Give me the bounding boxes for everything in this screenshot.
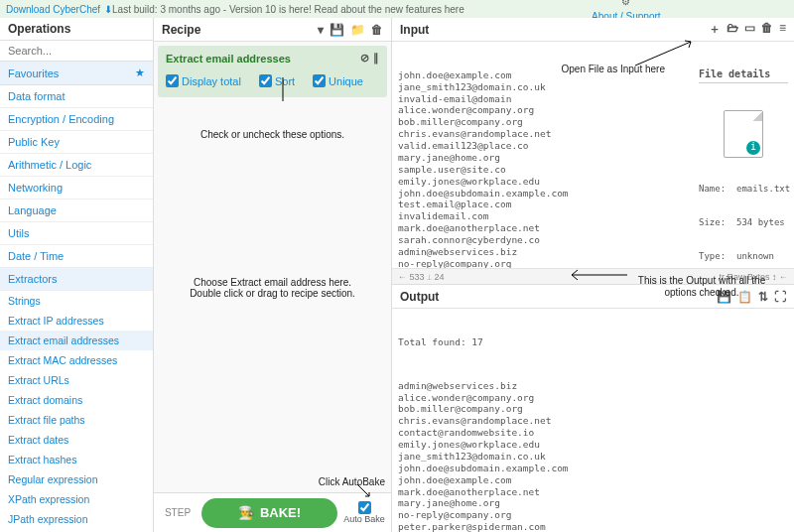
operation-item[interactable]: XPath expression <box>0 489 153 509</box>
recipe-header: Recipe ▾ 💾 📁 🗑 <box>154 18 391 42</box>
file-details: File details i Name:emails.txt Size:534 … <box>699 46 788 268</box>
annotation-check-opts: Check or uncheck these options. <box>154 125 391 144</box>
top-bar: Download CyberChef ⬇ Last build: 3 month… <box>0 0 794 18</box>
operation-item[interactable]: Extract domains <box>0 390 153 410</box>
info-badge-icon: i <box>746 141 760 155</box>
operation-item[interactable]: JPath expression <box>0 509 153 529</box>
recipe-operation[interactable]: Extract email addresses ⊘∥ Display total… <box>158 46 387 97</box>
input-open-folder-icon[interactable]: 🗁 <box>727 21 738 38</box>
recipe-title: Recipe <box>162 23 200 37</box>
download-icon: ⬇ <box>104 4 112 15</box>
category-item[interactable]: Arithmetic / Logic <box>0 154 153 177</box>
recipe-op-name: Extract email addresses <box>166 53 291 65</box>
output-panel: Output 💾 📋 ⇅ ⛶ Total found: 17 admin@web… <box>392 285 794 532</box>
build-message[interactable]: Last build: 3 months ago - Version 10 is… <box>112 4 464 15</box>
operation-item[interactable]: Extract hashes <box>0 450 153 469</box>
operation-item[interactable]: Extract dates <box>0 430 153 450</box>
input-panel: Input ＋ 🗁 ▭ 🗑 ≡ john.doe@example.com jan… <box>392 18 794 285</box>
operation-item[interactable]: Extract IP addresses <box>0 311 153 331</box>
operation-item[interactable]: Extract URLs <box>0 370 153 390</box>
recipe-save-icon[interactable]: 💾 <box>330 23 344 37</box>
op-disable-icon[interactable]: ⊘ <box>360 52 369 65</box>
category-item[interactable]: Data format <box>0 85 153 108</box>
operations-panel: Operations Favourites ★ Data formatEncry… <box>0 18 154 532</box>
category-item[interactable]: Encryption / Encoding <box>0 108 153 131</box>
op-pause-icon[interactable]: ∥ <box>373 52 379 65</box>
operation-item[interactable]: Extract file paths <box>0 410 153 430</box>
favourites-category[interactable]: Favourites ★ <box>0 62 153 85</box>
recipe-clear-icon[interactable]: 🗑 <box>371 23 383 37</box>
io-panel: Input ＋ 🗁 ▭ 🗑 ≡ john.doe@example.com jan… <box>392 18 794 532</box>
recipe-load-icon[interactable]: 📁 <box>350 23 365 37</box>
operation-item[interactable]: Extract MAC addresses <box>0 350 153 370</box>
output-title: Output <box>400 290 439 304</box>
gear-icon[interactable]: ⚙ <box>621 0 630 7</box>
operations-header: Operations <box>0 18 153 41</box>
operation-item[interactable]: Extract email addresses <box>0 331 153 350</box>
input-reset-icon[interactable]: ≡ <box>779 21 786 38</box>
input-open-file-icon[interactable]: ▭ <box>744 21 755 38</box>
recipe-add-icon[interactable]: ▾ <box>318 23 324 37</box>
annotation-open-file: Open File as Input here <box>561 64 665 75</box>
step-button[interactable]: STEP <box>158 507 198 518</box>
favourites-label: Favourites <box>8 67 59 79</box>
category-item[interactable]: Language <box>0 200 153 222</box>
download-link[interactable]: Download CyberChef <box>6 4 100 15</box>
opt-sort[interactable]: Sort <box>259 74 295 87</box>
annotation-click-auto: Click AutoBake <box>319 476 385 488</box>
opt-display-total[interactable]: Display total <box>166 74 241 87</box>
chef-hat-icon: 👨‍🍳 <box>238 505 254 520</box>
operation-item[interactable]: Regular expression <box>0 469 153 489</box>
search-input[interactable] <box>0 41 153 62</box>
opt-unique[interactable]: Unique <box>313 74 363 87</box>
category-item[interactable]: Public Key <box>0 131 153 154</box>
input-text[interactable]: john.doe@example.com jane_smith123@domai… <box>392 42 794 268</box>
operation-item[interactable]: Strings <box>0 291 153 311</box>
output-text: Total found: 17 admin@webservices.biz al… <box>392 309 794 532</box>
star-icon: ★ <box>135 66 145 79</box>
bake-button[interactable]: 👨‍🍳 BAKE! <box>201 498 337 528</box>
input-clear-icon[interactable]: 🗑 <box>761 21 773 38</box>
operations-title: Operations <box>8 22 70 36</box>
annotation-output: This is the Output with all the options … <box>627 275 776 299</box>
category-item[interactable]: Date / Time <box>0 245 153 268</box>
annotation-choose: Choose Extract email address here. Doubl… <box>154 273 391 303</box>
autobake-checkbox[interactable] <box>358 501 371 514</box>
category-item[interactable]: Utils <box>0 222 153 245</box>
input-add-tab-icon[interactable]: ＋ <box>709 21 721 38</box>
input-title: Input <box>400 23 429 37</box>
recipe-panel: Recipe ▾ 💾 📁 🗑 Extract email addresses ⊘… <box>154 18 392 532</box>
category-item[interactable]: Extractors <box>0 268 153 291</box>
category-item[interactable]: Networking <box>0 177 153 200</box>
autobake-label: Auto Bake <box>343 514 385 524</box>
file-icon: i <box>724 110 763 158</box>
